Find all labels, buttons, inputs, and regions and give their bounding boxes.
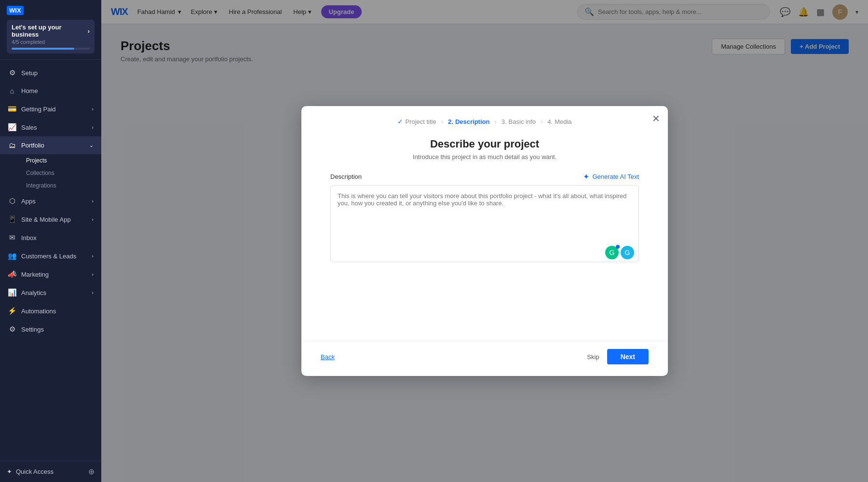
modal-subtitle: Introduce this project in as much detail…: [330, 153, 639, 161]
sidebar-item-integrations[interactable]: Integrations: [21, 179, 101, 192]
step-basic-info-number: 3.: [502, 118, 507, 125]
sidebar-item-portfolio[interactable]: 🗂 Portfolio ⌄: [0, 136, 101, 154]
sidebar-brand: WIX: [7, 6, 95, 15]
modal-body: Describe your project Introduce this pro…: [301, 133, 668, 341]
sidebar-item-site-mobile[interactable]: 📱 Site & Mobile App ›: [0, 210, 101, 228]
ai-sparkle-icon: ✦: [583, 172, 589, 181]
back-button[interactable]: Back: [321, 353, 335, 361]
sidebar-item-label: Analytics: [21, 289, 46, 296]
sidebar-item-label: Getting Paid: [21, 106, 56, 113]
sidebar-top: WIX Let's set up your business › 4/5 com…: [0, 0, 101, 60]
gear-icon: ⚙: [8, 68, 16, 77]
inbox-icon: ✉: [8, 233, 16, 242]
analytics-icon: 📊: [8, 288, 16, 297]
chevron-down-icon: ⌄: [89, 142, 94, 148]
sidebar-item-customers-leads[interactable]: 👥 Customers & Leads ›: [0, 247, 101, 265]
step-description: 2. Description: [448, 118, 489, 125]
sidebar-item-label: Customers & Leads: [21, 253, 76, 260]
sidebar-item-automations[interactable]: ⚡ Automations: [0, 302, 101, 320]
sidebar-nav: ⚙ Setup ⌂ Home 💳 Getting Paid › 📈 Sales …: [0, 60, 101, 461]
quick-access[interactable]: ✦ Quick Access: [7, 468, 54, 475]
sidebar-item-label: Automations: [21, 308, 56, 315]
settings-icon-bottom[interactable]: ⊕: [88, 467, 95, 476]
sidebar-item-label: Marketing: [21, 271, 49, 278]
chevron-right-icon: ›: [92, 198, 94, 204]
skip-button[interactable]: Skip: [587, 353, 599, 361]
sidebar-item-projects[interactable]: Projects: [21, 154, 101, 167]
main-content: WIX Fahad Hamid ▾ Explore ▾ Hire a Profe…: [101, 0, 868, 482]
notification-dot: [616, 245, 620, 249]
sidebar-item-inbox[interactable]: ✉ Inbox: [0, 228, 101, 247]
sidebar-item-label: Site & Mobile App: [21, 216, 71, 223]
step-separator-1: ›: [441, 118, 443, 125]
next-button[interactable]: Next: [607, 349, 649, 364]
modal-steps: ✓ Project title › 2. Description › 3. Ba…: [301, 106, 668, 133]
business-setup-card[interactable]: Let's set up your business › 4/5 complet…: [7, 20, 95, 54]
sidebar-item-settings[interactable]: ⚙ Settings: [0, 320, 101, 338]
mobile-icon: 📱: [8, 215, 16, 224]
step-basic-info: 3. Basic info: [502, 118, 536, 125]
step-description-number: 2.: [448, 118, 453, 125]
sidebar-item-analytics[interactable]: 📊 Analytics ›: [0, 283, 101, 302]
home-icon: ⌂: [8, 87, 16, 95]
sidebar-item-label: Inbox: [21, 234, 37, 241]
sidebar-item-marketing[interactable]: 📣 Marketing ›: [0, 265, 101, 283]
sidebar-item-label: Sales: [21, 124, 37, 131]
step-project-title: ✓ Project title: [397, 118, 436, 125]
modal-footer: Back Skip Next: [301, 341, 668, 376]
sales-icon: 📈: [8, 123, 16, 132]
sidebar: WIX Let's set up your business › 4/5 com…: [0, 0, 101, 482]
close-icon: ✕: [652, 113, 660, 124]
step-title-label: Project title: [405, 118, 436, 125]
generate-ai-text-button[interactable]: ✦ Generate AI Text: [583, 172, 639, 181]
step-basic-info-label: Basic info: [509, 118, 536, 125]
apps-icon: ⬡: [8, 197, 16, 205]
credit-card-icon: 💳: [8, 105, 16, 113]
chevron-right-icon: ›: [92, 290, 94, 295]
step-media-number: 4.: [547, 118, 553, 125]
spell-check-icon: G: [621, 246, 634, 259]
chevron-right-icon: ›: [92, 216, 94, 222]
sidebar-item-label: Settings: [21, 326, 44, 333]
progress-bar-outer: [12, 48, 90, 50]
sidebar-item-label: Setup: [21, 69, 38, 77]
sidebar-item-getting-paid[interactable]: 💳 Getting Paid ›: [0, 100, 101, 118]
customers-icon: 👥: [8, 252, 16, 260]
step-separator-2: ›: [494, 118, 496, 125]
modal-title: Describe your project: [330, 138, 639, 150]
chevron-right-icon: ›: [92, 106, 94, 112]
sidebar-item-home[interactable]: ⌂ Home: [0, 82, 101, 100]
footer-right: Skip Next: [587, 349, 649, 364]
chevron-right-icon: ›: [92, 253, 94, 259]
wix-logo: WIX: [7, 6, 24, 15]
sidebar-item-label: Apps: [21, 198, 36, 205]
description-header: Description ✦ Generate AI Text: [330, 172, 639, 181]
progress-bar-inner: [12, 48, 74, 50]
sidebar-item-label: Home: [21, 87, 38, 94]
grammar-icon-wrapper: G: [605, 246, 619, 259]
ai-text-label: Generate AI Text: [592, 173, 639, 180]
sidebar-item-collections[interactable]: Collections: [21, 167, 101, 179]
sidebar-item-label: Portfolio: [21, 142, 44, 149]
step-media: 4. Media: [547, 118, 571, 125]
project-description-modal: ✕ ✓ Project title › 2. Description › 3. …: [301, 106, 668, 376]
sidebar-item-apps[interactable]: ⬡ Apps ›: [0, 192, 101, 210]
modal-close-button[interactable]: ✕: [652, 113, 660, 124]
marketing-icon: 📣: [8, 270, 16, 279]
portfolio-submenu: Projects Collections Integrations: [0, 154, 101, 192]
sidebar-item-setup[interactable]: ⚙ Setup: [0, 64, 101, 82]
automations-icon: ⚡: [8, 307, 16, 315]
description-textarea[interactable]: [330, 185, 639, 262]
checkmark-icon: ✓: [397, 118, 403, 125]
sidebar-item-sales[interactable]: 📈 Sales ›: [0, 118, 101, 136]
chevron-right-icon: ›: [88, 27, 90, 35]
portfolio-icon: 🗂: [8, 141, 16, 149]
description-label: Description: [330, 173, 362, 180]
step-separator-3: ›: [541, 118, 542, 125]
description-textarea-wrapper: G G: [330, 185, 639, 264]
quick-access-icon: ✦: [7, 468, 12, 475]
step-media-label: Media: [555, 118, 571, 125]
sidebar-bottom: ✦ Quick Access ⊕: [0, 461, 101, 482]
chevron-right-icon: ›: [92, 271, 94, 277]
chevron-right-icon: ›: [92, 124, 94, 130]
